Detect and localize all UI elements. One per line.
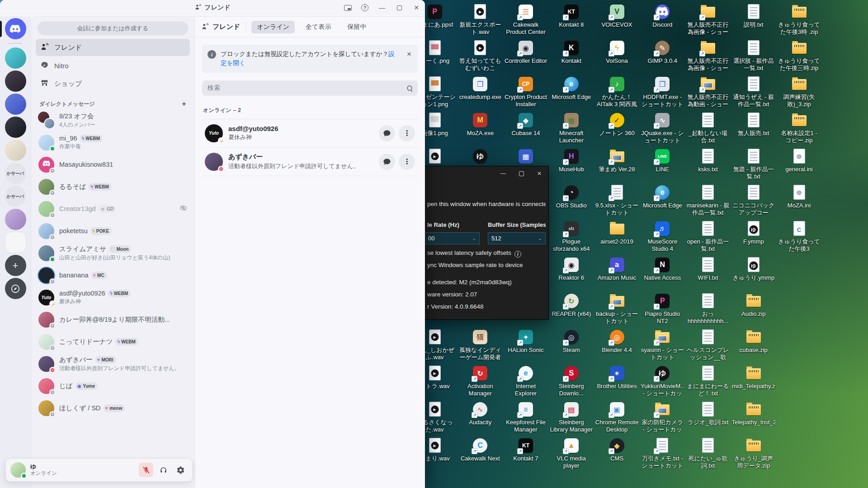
desktop-icon[interactable]: ↗家の防犯カメラ - ショートカット (641, 401, 684, 433)
desktop-icon[interactable]: 無題 - 親作品一覧.txt (731, 148, 775, 180)
minimize-button[interactable]: — (373, 0, 391, 15)
desktop-icon[interactable]: P↗Piapro Studio NT2 (641, 293, 684, 324)
desktop-icon[interactable]: S↗Steinberg Downlo... (549, 365, 593, 397)
popout-button[interactable] (339, 0, 356, 15)
desktop-icon[interactable]: H↗MuseHub (549, 148, 593, 173)
desktop-icon[interactable]: 無人販売.txt (731, 112, 775, 137)
desktop-icon[interactable]: KT↗Kontakt 7 (504, 437, 548, 462)
desktop-icon[interactable]: manisekarin - 親作品一覧.txt (686, 184, 730, 216)
notice-close-icon[interactable]: × (407, 50, 411, 58)
server-icon[interactable] (5, 232, 26, 253)
desktop-icon[interactable]: 猫孤独なインディーゲーム開発者の一生 ... (458, 329, 502, 361)
friend-search-input[interactable]: 検索 (202, 80, 418, 96)
desktop-icon[interactable]: ✎↗GIMP 3.0.4 (641, 40, 684, 65)
desktop-icon[interactable]: WIFI.txt (686, 257, 730, 282)
desktop-icon[interactable]: 死にたい_ゅ歌詞.txt (686, 437, 730, 469)
desktop-icon[interactable]: MoZA.ini (777, 184, 821, 209)
dialog-close-button[interactable]: ✕ (530, 166, 548, 181)
server-icon[interactable] (5, 47, 26, 69)
desktop-icon[interactable]: ↻↗Activation Manager (458, 365, 502, 397)
tab-保留中[interactable]: 保留中 (342, 21, 372, 33)
desktop-icon[interactable]: LINE↗LINE (641, 148, 684, 173)
desktop-icon[interactable]: ∿↗JQuake.exe - ショートカット (641, 112, 684, 144)
message-button[interactable] (379, 154, 395, 170)
server-icon[interactable]: かサーバ (5, 186, 26, 207)
desktop-icon[interactable]: ◆↗CMS (595, 437, 639, 462)
desktop-icon[interactable]: ゆ↗YukkuriMovieM... - ショートカット (641, 365, 684, 397)
friend-row[interactable]: Yutoasdf@yuto0926夏休み神⋮ (202, 119, 418, 148)
desktop-icon[interactable]: 答え知っててもむずいわこれ.wav (458, 40, 502, 72)
dm-item[interactable]: るるそばϟWEBM (35, 176, 191, 197)
friend-row[interactable]: あずきバー活動者様以外原則フレンド申請許可してません。⋮ (202, 148, 418, 176)
dm-item[interactable]: Masayukisnow831 (35, 154, 191, 175)
desktop-icon[interactable]: general.ini (777, 148, 821, 173)
dm-item[interactable]: あずきバー♥MORI活動者様以外原則フレンド申請許可してません。 (35, 353, 191, 375)
server-icon[interactable] (5, 94, 26, 115)
desktop-icon[interactable]: K↗Kontakt (549, 40, 593, 65)
desktop-icon[interactable]: a↗Amazon Music (595, 257, 639, 282)
desktop-icon[interactable]: ↗無人販売不正行為画像 - ショートカッ... (686, 4, 730, 36)
desktop-icon[interactable]: N↗Native Access (641, 257, 684, 282)
desktop-icon[interactable]: ◆↗Cubase 14 (504, 112, 548, 137)
desktop-icon[interactable]: ↗9.5.xlsx - ショートカット (595, 184, 639, 216)
message-button[interactable] (379, 125, 395, 141)
desktop-icon[interactable]: ◉↗Reaktor 6 (549, 257, 593, 282)
dm-item[interactable]: カレー卯丼@8/19より期限不明活動... (35, 309, 191, 330)
home-button[interactable] (5, 18, 26, 39)
desktop-icon[interactable]: きゅうり食ってた午後三時.zip (777, 40, 821, 71)
desktop-icon[interactable]: ↗無人販売不正行為動画 - ショートカット (686, 76, 730, 108)
desktop-icon[interactable]: airset2-2019 (595, 221, 639, 245)
desktop-icon[interactable]: 説明.txt (731, 4, 775, 28)
server-icon[interactable] (5, 209, 26, 230)
desktop-icon[interactable]: e↗Microsoft Edge (641, 184, 684, 209)
desktop-icon[interactable]: |||↗Keepforest File Manager (504, 401, 548, 433)
desktop-icon[interactable]: ❐createdump.exe (458, 76, 502, 101)
desktop-icon[interactable]: 通知うぜえ - 親作品一覧.txt (731, 76, 775, 108)
desktop-icon[interactable]: ニコニコバックアップコード.txt (731, 184, 775, 216)
more-options-button[interactable]: ⋮ (399, 154, 415, 170)
conversation-search-button[interactable]: 会話に参加または作成する (38, 21, 188, 35)
sidebar-item-nitro[interactable]: Nitro (36, 57, 190, 74)
desktop-icon[interactable]: ↗syasinn - ショートカット (641, 329, 684, 361)
sample-rate-dropdown[interactable]: 00 ⌄ (425, 232, 480, 244)
desktop-icon[interactable]: ◎↗Steam (549, 329, 593, 354)
desktop-icon[interactable]: ϟ↗VoiSona (595, 40, 639, 65)
tab-オンライン[interactable]: オンライン (251, 21, 295, 33)
desktop-icon[interactable]: ▲↗VLC media player (549, 437, 593, 469)
more-options-button[interactable]: ⋮ (399, 125, 415, 141)
desktop-icon[interactable]: KT↗Kontakt 8 (549, 4, 593, 28)
desktop-icon[interactable]: open - 親作品一覧.txt (686, 221, 730, 252)
dm-item[interactable]: Creator13gd☻GD (35, 198, 191, 220)
desktop-icon[interactable]: ∿↗Audacity (458, 401, 502, 426)
help-button[interactable]: ? (356, 0, 373, 15)
server-icon[interactable] (5, 117, 26, 138)
desktop-icon[interactable]: ✦↗HALion Sonic (504, 329, 548, 354)
dm-item[interactable]: スライムアミサ☾Moon山田と山田が好き(山田リョウと笑う4体の山) (35, 242, 191, 264)
desktop-icon[interactable]: 名称未設定1 - コピー.zip (777, 112, 821, 144)
desktop-icon[interactable]: Audio.zip (731, 293, 775, 318)
dm-item[interactable]: じば◉Yume (35, 375, 191, 397)
desktop-icon[interactable]: ↻↗REAPER (x64) (549, 293, 593, 318)
add-server-button[interactable]: + (5, 255, 26, 276)
desktop-icon[interactable]: ☰↗Cakewalk Product Center (504, 4, 548, 35)
create-dm-icon[interactable]: + (182, 99, 186, 108)
close-button[interactable]: ✕ (408, 0, 425, 15)
desktop-icon[interactable]: _起動しない場合.txt (686, 112, 730, 144)
desktop-icon[interactable]: ラジオ_歌詞.txt (686, 401, 730, 426)
desktop-icon[interactable]: ▦ (504, 148, 548, 166)
desktop-icon[interactable]: Cきゅうり食ってた午後3時-01.cpr (777, 221, 821, 253)
desktop-icon[interactable]: ksks.txt (686, 148, 730, 173)
desktop-icon[interactable]: ✶↗Brother Utilities (595, 365, 639, 390)
desktop-icon[interactable]: まにまにわーるど！.txt (686, 365, 730, 397)
desktop-icon[interactable]: ゆ (458, 148, 502, 166)
desktop-icon[interactable]: MMoZA.exe (458, 112, 502, 137)
desktop-icon[interactable]: ▦↗Minecraft Launcher (549, 112, 593, 144)
dm-item[interactable]: poketetsuϟPOKE (35, 220, 191, 242)
desktop-icon[interactable]: ↗万引きメモ.txt - ショートカット (641, 437, 684, 469)
desktop-icon[interactable]: V↗VOICEVOX (595, 4, 639, 28)
mic-mute-button[interactable] (139, 463, 153, 477)
desktop-icon[interactable]: Telepathy_Inst_2... (731, 401, 775, 426)
desktop-icon[interactable]: ヘルスコンプレッション__歌詞.txt (686, 329, 730, 361)
explore-servers-button[interactable] (5, 278, 26, 299)
server-icon[interactable] (5, 140, 26, 161)
